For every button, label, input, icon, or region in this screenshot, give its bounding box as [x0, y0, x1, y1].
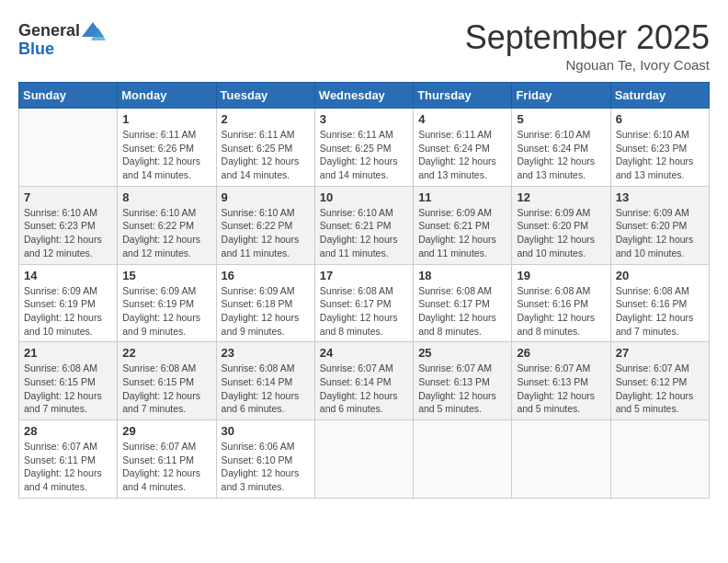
calendar-cell: 3Sunrise: 6:11 AM Sunset: 6:25 PM Daylig…: [314, 109, 413, 187]
day-number: 13: [616, 190, 704, 204]
day-info: Sunrise: 6:08 AM Sunset: 6:17 PM Dayligh…: [320, 284, 408, 339]
calendar-cell: 5Sunrise: 6:10 AM Sunset: 6:24 PM Daylig…: [512, 109, 610, 187]
calendar-cell: 6Sunrise: 6:10 AM Sunset: 6:23 PM Daylig…: [610, 109, 709, 187]
calendar-cell: 26Sunrise: 6:07 AM Sunset: 6:13 PM Dayli…: [512, 342, 610, 420]
calendar-cell: [19, 109, 118, 187]
day-number: 12: [517, 190, 605, 204]
weekday-header: Thursday: [414, 83, 512, 109]
logo: General Blue: [18, 18, 106, 59]
day-number: 27: [616, 346, 704, 360]
day-number: 23: [222, 346, 310, 360]
calendar-week-row: 7Sunrise: 6:10 AM Sunset: 6:23 PM Daylig…: [19, 186, 710, 264]
calendar-cell: 17Sunrise: 6:08 AM Sunset: 6:17 PM Dayli…: [314, 264, 413, 342]
day-info: Sunrise: 6:09 AM Sunset: 6:20 PM Dayligh…: [517, 206, 605, 260]
calendar-week-row: 14Sunrise: 6:09 AM Sunset: 6:19 PM Dayli…: [19, 264, 710, 342]
weekday-header: Sunday: [19, 83, 118, 109]
title-block: September 2025 Ngouan Te, Ivory Coast: [465, 18, 710, 73]
weekday-header: Monday: [118, 83, 216, 109]
day-info: Sunrise: 6:08 AM Sunset: 6:14 PM Dayligh…: [222, 362, 310, 416]
calendar-cell: 24Sunrise: 6:07 AM Sunset: 6:14 PM Dayli…: [314, 342, 413, 420]
day-info: Sunrise: 6:11 AM Sunset: 6:24 PM Dayligh…: [418, 128, 506, 182]
day-info: Sunrise: 6:10 AM Sunset: 6:22 PM Dayligh…: [222, 206, 310, 260]
calendar-cell: 13Sunrise: 6:09 AM Sunset: 6:20 PM Dayli…: [610, 186, 709, 264]
day-info: Sunrise: 6:08 AM Sunset: 6:16 PM Dayligh…: [517, 284, 605, 339]
calendar-cell: [610, 420, 709, 499]
calendar-cell: 14Sunrise: 6:09 AM Sunset: 6:19 PM Dayli…: [19, 264, 118, 342]
calendar-cell: [414, 420, 512, 499]
calendar-cell: 7Sunrise: 6:10 AM Sunset: 6:23 PM Daylig…: [19, 186, 118, 264]
day-info: Sunrise: 6:10 AM Sunset: 6:24 PM Dayligh…: [517, 128, 605, 182]
day-number: 17: [320, 269, 408, 282]
logo-general: General: [18, 22, 80, 40]
day-info: Sunrise: 6:07 AM Sunset: 6:11 PM Dayligh…: [122, 440, 210, 494]
day-number: 10: [320, 190, 408, 204]
weekday-header: Friday: [512, 83, 610, 109]
day-info: Sunrise: 6:08 AM Sunset: 6:15 PM Dayligh…: [122, 362, 210, 416]
calendar-cell: 21Sunrise: 6:08 AM Sunset: 6:15 PM Dayli…: [19, 342, 118, 420]
day-info: Sunrise: 6:09 AM Sunset: 6:19 PM Dayligh…: [122, 284, 210, 339]
calendar-cell: 10Sunrise: 6:10 AM Sunset: 6:21 PM Dayli…: [314, 186, 413, 264]
calendar-cell: 25Sunrise: 6:07 AM Sunset: 6:13 PM Dayli…: [414, 342, 512, 420]
calendar-cell: 27Sunrise: 6:07 AM Sunset: 6:12 PM Dayli…: [610, 342, 709, 420]
calendar-cell: 12Sunrise: 6:09 AM Sunset: 6:20 PM Dayli…: [512, 186, 610, 264]
calendar-cell: 8Sunrise: 6:10 AM Sunset: 6:22 PM Daylig…: [118, 186, 216, 264]
day-number: 5: [517, 112, 605, 126]
day-info: Sunrise: 6:07 AM Sunset: 6:13 PM Dayligh…: [517, 362, 605, 416]
calendar-cell: 23Sunrise: 6:08 AM Sunset: 6:14 PM Dayli…: [216, 342, 314, 420]
calendar-cell: [314, 420, 413, 499]
day-number: 9: [222, 190, 310, 204]
calendar-cell: 16Sunrise: 6:09 AM Sunset: 6:18 PM Dayli…: [216, 264, 314, 342]
calendar-cell: 18Sunrise: 6:08 AM Sunset: 6:17 PM Dayli…: [414, 264, 512, 342]
day-number: 25: [418, 346, 506, 360]
day-number: 20: [616, 269, 704, 282]
calendar-cell: 22Sunrise: 6:08 AM Sunset: 6:15 PM Dayli…: [118, 342, 216, 420]
day-info: Sunrise: 6:07 AM Sunset: 6:11 PM Dayligh…: [24, 440, 112, 494]
day-info: Sunrise: 6:09 AM Sunset: 6:18 PM Dayligh…: [222, 284, 310, 339]
day-number: 29: [122, 424, 210, 438]
day-info: Sunrise: 6:08 AM Sunset: 6:17 PM Dayligh…: [418, 284, 506, 339]
day-number: 4: [418, 112, 506, 126]
day-number: 8: [122, 190, 210, 204]
day-info: Sunrise: 6:08 AM Sunset: 6:15 PM Dayligh…: [24, 362, 112, 416]
calendar-cell: 19Sunrise: 6:08 AM Sunset: 6:16 PM Dayli…: [512, 264, 610, 342]
calendar-cell: 29Sunrise: 6:07 AM Sunset: 6:11 PM Dayli…: [118, 420, 216, 499]
day-number: 3: [320, 112, 408, 126]
day-info: Sunrise: 6:11 AM Sunset: 6:26 PM Dayligh…: [122, 128, 210, 182]
day-info: Sunrise: 6:07 AM Sunset: 6:13 PM Dayligh…: [418, 362, 506, 416]
calendar-cell: 20Sunrise: 6:08 AM Sunset: 6:16 PM Dayli…: [610, 264, 709, 342]
day-number: 7: [24, 190, 112, 204]
day-info: Sunrise: 6:06 AM Sunset: 6:10 PM Dayligh…: [222, 440, 310, 494]
day-number: 24: [320, 346, 408, 360]
day-number: 30: [222, 424, 310, 438]
day-number: 15: [122, 269, 210, 282]
day-info: Sunrise: 6:10 AM Sunset: 6:23 PM Dayligh…: [24, 206, 112, 260]
day-info: Sunrise: 6:10 AM Sunset: 6:21 PM Dayligh…: [320, 206, 408, 260]
day-number: 19: [517, 269, 605, 282]
calendar-cell: 2Sunrise: 6:11 AM Sunset: 6:25 PM Daylig…: [216, 109, 314, 187]
day-number: 26: [517, 346, 605, 360]
location-subtitle: Ngouan Te, Ivory Coast: [465, 57, 710, 73]
day-info: Sunrise: 6:07 AM Sunset: 6:12 PM Dayligh…: [616, 362, 704, 416]
weekday-header: Tuesday: [216, 83, 314, 109]
day-number: 1: [122, 112, 210, 126]
page-header: General Blue September 2025 Ngouan Te, I…: [18, 18, 710, 73]
day-info: Sunrise: 6:07 AM Sunset: 6:14 PM Dayligh…: [320, 362, 408, 416]
day-info: Sunrise: 6:09 AM Sunset: 6:19 PM Dayligh…: [24, 284, 112, 339]
day-info: Sunrise: 6:11 AM Sunset: 6:25 PM Dayligh…: [320, 128, 408, 182]
calendar-cell: 15Sunrise: 6:09 AM Sunset: 6:19 PM Dayli…: [118, 264, 216, 342]
logo-icon: [80, 18, 106, 44]
calendar-week-row: 1Sunrise: 6:11 AM Sunset: 6:26 PM Daylig…: [19, 109, 710, 187]
day-number: 2: [222, 112, 310, 126]
day-number: 6: [616, 112, 704, 126]
calendar-cell: [512, 420, 610, 499]
day-number: 28: [24, 424, 112, 438]
day-info: Sunrise: 6:10 AM Sunset: 6:22 PM Dayligh…: [122, 206, 210, 260]
day-number: 21: [24, 346, 112, 360]
day-info: Sunrise: 6:09 AM Sunset: 6:20 PM Dayligh…: [616, 206, 704, 260]
calendar-cell: 1Sunrise: 6:11 AM Sunset: 6:26 PM Daylig…: [118, 109, 216, 187]
day-number: 18: [418, 269, 506, 282]
calendar-week-row: 28Sunrise: 6:07 AM Sunset: 6:11 PM Dayli…: [19, 420, 710, 499]
day-info: Sunrise: 6:11 AM Sunset: 6:25 PM Dayligh…: [222, 128, 310, 182]
calendar-cell: 4Sunrise: 6:11 AM Sunset: 6:24 PM Daylig…: [414, 109, 512, 187]
calendar-cell: 11Sunrise: 6:09 AM Sunset: 6:21 PM Dayli…: [414, 186, 512, 264]
